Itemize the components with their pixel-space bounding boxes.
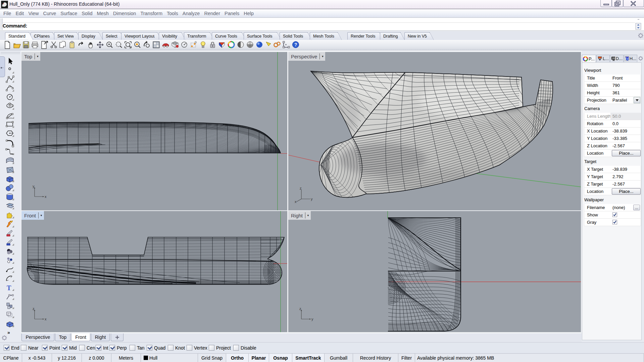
svg-text:»: »	[7, 330, 10, 335]
svg-text:z: z	[299, 307, 301, 311]
svg-text:z: z	[300, 186, 302, 190]
svg-text:T: T	[7, 284, 11, 292]
svg-text:x: x	[45, 317, 47, 321]
svg-text:y: y	[33, 185, 35, 188]
svg-text:x: x	[45, 195, 47, 199]
svg-text:y: y	[311, 317, 313, 321]
svg-text:z: z	[33, 307, 35, 311]
svg-text:y: y	[311, 197, 313, 201]
svg-text:?: ?	[294, 42, 297, 47]
svg-text:x: x	[295, 200, 297, 204]
svg-text:?: ?	[627, 58, 629, 61]
